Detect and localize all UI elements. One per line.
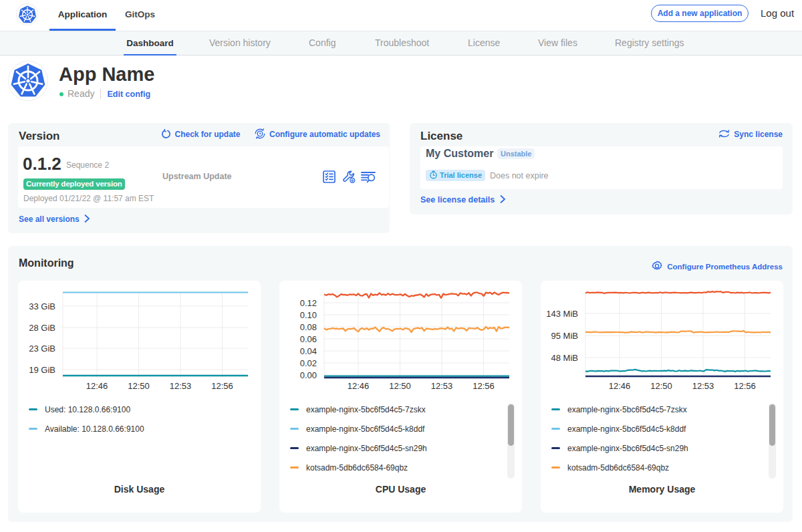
svg-text:0.02: 0.02 — [300, 358, 317, 368]
svg-text:0.10: 0.10 — [300, 310, 317, 320]
svg-text:19 GiB: 19 GiB — [29, 365, 55, 375]
svg-text:12:46: 12:46 — [348, 381, 370, 391]
svg-text:12:50: 12:50 — [128, 381, 150, 391]
svg-text:0.12: 0.12 — [300, 298, 317, 308]
svg-text:33 GiB: 33 GiB — [29, 301, 55, 311]
svg-text:28 GiB: 28 GiB — [29, 323, 55, 333]
svg-text:0.04: 0.04 — [300, 346, 317, 356]
svg-text:12:53: 12:53 — [431, 381, 453, 391]
svg-text:0.00: 0.00 — [300, 370, 317, 380]
svg-text:143 MiB: 143 MiB — [546, 309, 578, 319]
svg-text:48 MiB: 48 MiB — [551, 353, 578, 363]
svg-text:12:46: 12:46 — [609, 381, 631, 391]
svg-text:12:56: 12:56 — [734, 381, 756, 391]
svg-text:23 GiB: 23 GiB — [29, 344, 55, 354]
svg-text:12:50: 12:50 — [389, 381, 411, 391]
svg-text:12:56: 12:56 — [211, 381, 233, 391]
svg-text:12:50: 12:50 — [650, 381, 672, 391]
svg-text:12:56: 12:56 — [473, 381, 495, 391]
svg-text:12:46: 12:46 — [86, 381, 108, 391]
svg-text:12:53: 12:53 — [170, 381, 192, 391]
svg-text:95 MiB: 95 MiB — [551, 331, 578, 341]
svg-text:12:53: 12:53 — [692, 381, 714, 391]
svg-text:0.06: 0.06 — [300, 334, 317, 344]
svg-text:0.08: 0.08 — [300, 322, 317, 332]
